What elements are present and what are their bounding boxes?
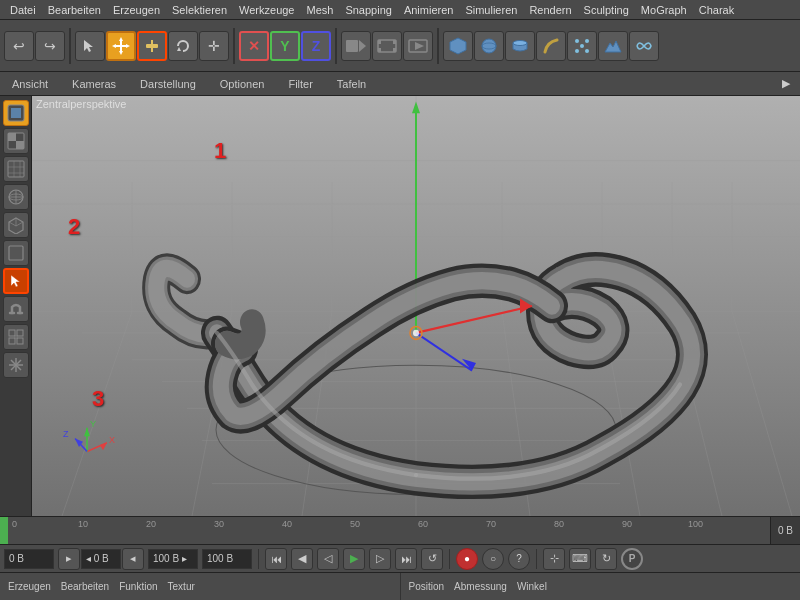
svg-text:Z: Z bbox=[63, 429, 69, 439]
film-button[interactable] bbox=[372, 31, 402, 61]
menu-werkzeuge[interactable]: Werkzeuge bbox=[233, 4, 300, 16]
viewport-solid-button[interactable] bbox=[3, 100, 29, 126]
transport-refresh-btn[interactable]: ↻ bbox=[595, 548, 617, 570]
transform-tool-button[interactable]: ✛ bbox=[199, 31, 229, 61]
transport-prev-frame[interactable]: ◁ bbox=[317, 548, 339, 570]
axis-x-button[interactable]: ✕ bbox=[239, 31, 269, 61]
transport-record-circle[interactable]: ● bbox=[456, 548, 478, 570]
timeline[interactable]: 0 10 20 30 40 50 60 70 80 90 100 0 B bbox=[0, 516, 800, 544]
move-tool-button[interactable] bbox=[106, 31, 136, 61]
status-textur[interactable]: Textur bbox=[168, 581, 195, 592]
main-area: Zentralperspektive bbox=[0, 96, 800, 516]
transport-arrow-left-btn[interactable]: ▸ bbox=[58, 548, 80, 570]
terrain-button[interactable] bbox=[598, 31, 628, 61]
transport-play[interactable]: ▶ bbox=[343, 548, 365, 570]
viewport[interactable]: Zentralperspektive bbox=[32, 96, 800, 516]
toolbar-separator-3 bbox=[335, 28, 337, 64]
svg-point-23 bbox=[575, 39, 579, 43]
timeline-track[interactable]: 0 10 20 30 40 50 60 70 80 90 100 bbox=[8, 517, 770, 544]
svg-text:X: X bbox=[109, 434, 116, 444]
transport-sep-3 bbox=[536, 549, 537, 569]
menu-datei[interactable]: Datei bbox=[4, 4, 42, 16]
particle-button[interactable] bbox=[567, 31, 597, 61]
sec-tab-darstellung[interactable]: Darstellung bbox=[132, 76, 204, 92]
menu-charak[interactable]: Charak bbox=[693, 4, 740, 16]
status-winkel[interactable]: Winkel bbox=[517, 581, 547, 592]
infinity-button[interactable] bbox=[629, 31, 659, 61]
sec-arrow[interactable]: ▶ bbox=[776, 77, 796, 90]
transport-loop[interactable]: ↺ bbox=[421, 548, 443, 570]
sec-tab-kameras[interactable]: Kameras bbox=[64, 76, 124, 92]
select-tool-button[interactable] bbox=[75, 31, 105, 61]
menu-erzeugen[interactable]: Erzeugen bbox=[107, 4, 166, 16]
svg-marker-28 bbox=[605, 41, 621, 52]
transport-sep-1 bbox=[258, 549, 259, 569]
transport-p-circle[interactable]: P bbox=[621, 548, 643, 570]
status-erzeugen[interactable]: Erzeugen bbox=[8, 581, 51, 592]
menu-rendern[interactable]: Rendern bbox=[523, 4, 577, 16]
sec-tab-optionen[interactable]: Optionen bbox=[212, 76, 273, 92]
transport-help-circle[interactable]: ? bbox=[508, 548, 530, 570]
transport-next-frame[interactable]: ▷ bbox=[369, 548, 391, 570]
transport-field-2[interactable]: ◂ 0 B bbox=[81, 549, 121, 569]
axis-y-button[interactable]: Y bbox=[270, 31, 300, 61]
viewport-box-button[interactable] bbox=[3, 240, 29, 266]
play-button[interactable] bbox=[403, 31, 433, 61]
scale-tool-button[interactable] bbox=[137, 31, 167, 61]
transport-skip-end[interactable]: ⏭ bbox=[395, 548, 417, 570]
menu-sculpting[interactable]: Sculpting bbox=[578, 4, 635, 16]
sec-tab-filter[interactable]: Filter bbox=[280, 76, 320, 92]
transport-field-1[interactable]: 0 B bbox=[4, 549, 54, 569]
svg-line-45 bbox=[9, 222, 16, 226]
bend-button[interactable] bbox=[536, 31, 566, 61]
status-position[interactable]: Position bbox=[409, 581, 445, 592]
menu-snapping[interactable]: Snapping bbox=[339, 4, 398, 16]
transport-key-btn[interactable]: ⌨ bbox=[569, 548, 591, 570]
viewport-wire-button[interactable] bbox=[3, 156, 29, 182]
viewport-canvas: X Y Z bbox=[32, 96, 800, 516]
svg-marker-9 bbox=[177, 47, 181, 51]
menu-mograph[interactable]: MoGraph bbox=[635, 4, 693, 16]
status-funktion[interactable]: Funktion bbox=[119, 581, 157, 592]
menu-bearbeiten[interactable]: Bearbeiten bbox=[42, 4, 107, 16]
axis-z-button[interactable]: Z bbox=[301, 31, 331, 61]
transport-move-btn[interactable]: ⊹ bbox=[543, 548, 565, 570]
svg-rect-34 bbox=[8, 161, 24, 177]
toolbar-separator-4 bbox=[437, 28, 439, 64]
menu-selektieren[interactable]: Selektieren bbox=[166, 4, 233, 16]
status-abmessung[interactable]: Abmessung bbox=[454, 581, 507, 592]
sphere-button[interactable] bbox=[474, 31, 504, 61]
menu-simulieren[interactable]: Simulieren bbox=[459, 4, 523, 16]
sec-tab-tafeln[interactable]: Tafeln bbox=[329, 76, 374, 92]
viewport-label: Zentralperspektive bbox=[36, 98, 127, 110]
magnet-button[interactable] bbox=[3, 296, 29, 322]
svg-point-20 bbox=[482, 39, 496, 53]
transport-field-3[interactable]: 100 B ▸ bbox=[148, 549, 198, 569]
redo-button[interactable]: ↪ bbox=[35, 31, 65, 61]
transport-field-4[interactable]: 100 B bbox=[202, 549, 252, 569]
cube-button[interactable] bbox=[443, 31, 473, 61]
transport-bar: 0 B ▸ ◂ 0 B ◂ 100 B ▸ 100 B ⏮ ◀ ◁ ▶ ▷ ⏭ … bbox=[0, 544, 800, 572]
transport-skip-start[interactable]: ⏮ bbox=[265, 548, 287, 570]
menu-bar: Datei Bearbeiten Erzeugen Selektieren We… bbox=[0, 0, 800, 20]
sec-tab-ansicht[interactable]: Ansicht bbox=[4, 76, 56, 92]
snowflake-button[interactable] bbox=[3, 352, 29, 378]
transport-play-rev[interactable]: ◀ bbox=[291, 548, 313, 570]
grid-button[interactable] bbox=[3, 324, 29, 350]
viewport-cube-button[interactable] bbox=[3, 212, 29, 238]
viewport-checker-button[interactable] bbox=[3, 128, 29, 154]
tube-button[interactable] bbox=[505, 31, 535, 61]
menu-mesh[interactable]: Mesh bbox=[300, 4, 339, 16]
transport-arrow-right-btn[interactable]: ◂ bbox=[122, 548, 144, 570]
record-button[interactable] bbox=[341, 31, 371, 61]
viewport-globe-button[interactable] bbox=[3, 184, 29, 210]
status-bearbeiten[interactable]: Bearbeiten bbox=[61, 581, 109, 592]
status-left: Erzeugen Bearbeiten Funktion Textur bbox=[0, 581, 400, 592]
transport-circle-2[interactable]: ○ bbox=[482, 548, 504, 570]
main-toolbar: ↩ ↪ ✛ ✕ bbox=[0, 20, 800, 72]
cursor-tool-button[interactable] bbox=[3, 268, 29, 294]
rotate-tool-button[interactable] bbox=[168, 31, 198, 61]
menu-animieren[interactable]: Animieren bbox=[398, 4, 460, 16]
tl-80: 80 bbox=[554, 519, 564, 529]
undo-button[interactable]: ↩ bbox=[4, 31, 34, 61]
